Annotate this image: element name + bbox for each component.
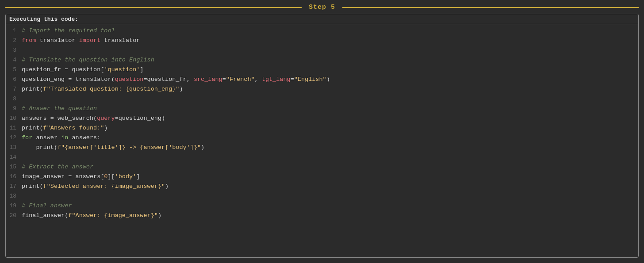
line-number: 19 xyxy=(6,201,22,211)
line-content: # Extract the answer xyxy=(22,162,93,172)
table-row: 11print(f"Answers found:") xyxy=(6,123,638,133)
line-number: 3 xyxy=(6,46,22,55)
table-row: 8 xyxy=(6,94,638,104)
line-content: question_fr = question['question'] xyxy=(22,65,143,75)
line-content: # Answer the question xyxy=(22,104,97,114)
table-row: 1# Import the required tool xyxy=(6,26,638,36)
line-number: 4 xyxy=(6,55,22,65)
table-row: 18 xyxy=(6,191,638,201)
table-row: 3 xyxy=(6,46,638,55)
line-number: 7 xyxy=(6,84,22,94)
table-row: 19# Final answer xyxy=(6,201,638,211)
line-number: 9 xyxy=(6,104,22,114)
line-content: print(f"Selected answer: {image_answer}"… xyxy=(22,182,169,191)
table-row: 13 print(f"{answer['title']} -> {answer[… xyxy=(6,143,638,152)
table-row: 14 xyxy=(6,152,638,162)
line-content: # Import the required tool xyxy=(22,26,115,36)
line-content: print(f"Answers found:") xyxy=(22,123,107,133)
line-number: 11 xyxy=(6,123,22,133)
line-content: question_eng = translator(question=quest… xyxy=(22,75,330,84)
table-row: 10answers = web_search(query=question_en… xyxy=(6,114,638,123)
table-row: 5question_fr = question['question'] xyxy=(6,65,638,75)
table-row: 4# Translate the question into English xyxy=(6,55,638,65)
line-content: from translator import translator xyxy=(22,36,140,46)
line-content: answers = web_search(query=question_eng) xyxy=(22,114,165,123)
table-row: 9# Answer the question xyxy=(6,104,638,114)
line-number: 20 xyxy=(6,211,22,221)
line-number: 14 xyxy=(6,152,22,162)
executing-container: Executing this code: 1# Import the requi… xyxy=(5,14,639,258)
table-row: 20final_answer(f"Answer: {image_answer}"… xyxy=(6,211,638,221)
line-number: 15 xyxy=(6,162,22,172)
line-number: 17 xyxy=(6,182,22,191)
line-number: 13 xyxy=(6,143,22,152)
line-content: print(f"Translated question: {question_e… xyxy=(22,84,183,94)
step-header-line-left xyxy=(5,7,302,8)
line-content: for answer in answers: xyxy=(22,133,100,143)
line-content: final_answer(f"Answer: {image_answer}") xyxy=(22,211,161,221)
table-row: 17print(f"Selected answer: {image_answer… xyxy=(6,182,638,191)
line-content: # Translate the question into English xyxy=(22,55,154,65)
step-header: Step 5 xyxy=(5,4,639,11)
line-number: 1 xyxy=(6,26,22,36)
line-content: print(f"{answer['title']} -> {answer['bo… xyxy=(22,143,204,152)
table-row: 16image_answer = answers[0]['body'] xyxy=(6,172,638,182)
line-number: 5 xyxy=(6,65,22,75)
table-row: 15# Extract the answer xyxy=(6,162,638,172)
line-number: 12 xyxy=(6,133,22,143)
line-number: 18 xyxy=(6,191,22,201)
table-row: 7print(f"Translated question: {question_… xyxy=(6,84,638,94)
line-number: 6 xyxy=(6,75,22,84)
table-row: 2from translator import translator xyxy=(6,36,638,46)
line-content: # Final answer xyxy=(22,201,72,211)
table-row: 12for answer in answers: xyxy=(6,133,638,143)
line-content: image_answer = answers[0]['body'] xyxy=(22,172,140,182)
line-number: 10 xyxy=(6,114,22,123)
executing-label: Executing this code: xyxy=(6,14,638,24)
line-number: 16 xyxy=(6,172,22,182)
step-label: Step 5 xyxy=(302,4,342,11)
line-number: 2 xyxy=(6,36,22,46)
step-header-line-right xyxy=(342,7,639,8)
line-number: 8 xyxy=(6,94,22,104)
table-row: 6question_eng = translator(question=ques… xyxy=(6,75,638,84)
code-block: 1# Import the required tool2from transla… xyxy=(6,24,638,257)
